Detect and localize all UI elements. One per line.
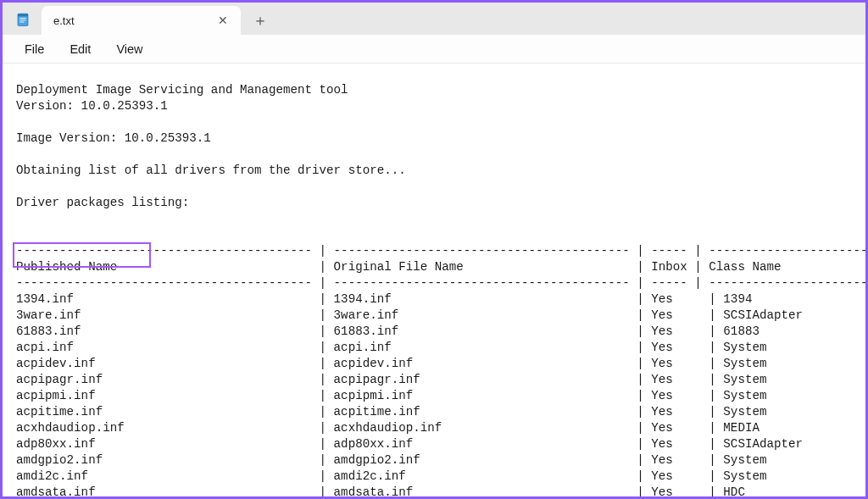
new-tab-button[interactable]: ＋: [246, 6, 275, 35]
menu-file[interactable]: File: [13, 38, 56, 60]
notepad-window: e.txt ✕ ＋ File Edit View Deployment Imag…: [3, 3, 865, 496]
table-separator-top: ----------------------------------------…: [16, 244, 865, 258]
titlebar: e.txt ✕ ＋: [3, 3, 865, 35]
dism-header-line: Deployment Image Servicing and Managemen…: [16, 83, 348, 97]
image-version-line: Image Version: 10.0.25393.1: [16, 131, 211, 145]
menu-edit[interactable]: Edit: [58, 38, 103, 60]
dism-version-line: Version: 10.0.25393.1: [16, 99, 168, 113]
file-tab[interactable]: e.txt ✕: [42, 6, 241, 35]
tab-title: e.txt: [53, 14, 214, 27]
table-separator-bottom: ----------------------------------------…: [16, 276, 865, 290]
table-header-row: Published Name | Original File Name | In…: [16, 260, 865, 274]
obtaining-line: Obtaining list of all drivers from the d…: [16, 164, 406, 177]
table-body: 1394.inf | 1394.inf | Yes | 1394 3ware.i…: [16, 292, 865, 496]
listing-line: Driver packages listing:: [16, 196, 189, 209]
menubar: File Edit View: [3, 35, 865, 64]
notepad-icon: [14, 11, 31, 28]
text-content[interactable]: Deployment Image Servicing and Managemen…: [3, 64, 865, 496]
svg-rect-1: [18, 14, 28, 16]
menu-view[interactable]: View: [104, 38, 154, 60]
close-tab-icon[interactable]: ✕: [214, 11, 232, 30]
